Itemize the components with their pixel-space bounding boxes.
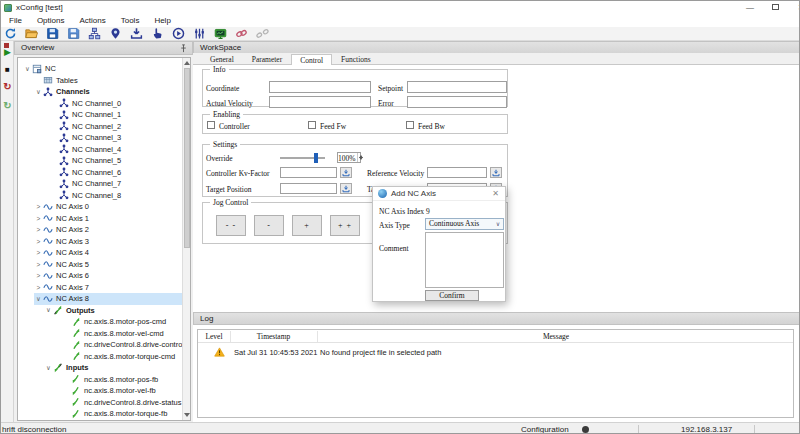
- target-position-apply-button[interactable]: [340, 183, 352, 194]
- override-slider-handle[interactable]: [314, 153, 318, 163]
- tree-item-nc-axis-4[interactable]: >NC Axis 4: [34, 247, 190, 259]
- link-icon[interactable]: [235, 27, 248, 40]
- menu-options[interactable]: Options: [37, 16, 65, 25]
- minimize-button[interactable]: —: [739, 1, 761, 14]
- tree-item-inputs[interactable]: ∨Inputs: [44, 362, 190, 374]
- tree-item-motor-pos-fb[interactable]: nc.axis.8.motor-pos-fb: [71, 374, 190, 386]
- menu-help[interactable]: Help: [154, 16, 170, 25]
- tree-item-nc-axis-6[interactable]: >NC Axis 6: [34, 270, 190, 282]
- log-row[interactable]: Sat Jul 31 10:45:53 2021 No found projec…: [198, 345, 793, 358]
- tree-item-motor-vel-cmd[interactable]: nc.axis.8.motor-vel-cmd: [71, 328, 190, 340]
- actual-velocity-field[interactable]: [269, 96, 371, 108]
- feed-fw-checkbox[interactable]: [308, 121, 316, 129]
- open-folder-icon[interactable]: [25, 27, 38, 40]
- maximize-button[interactable]: [772, 4, 779, 10]
- tree-item-nc-axis-3[interactable]: >NC Axis 3: [34, 236, 190, 248]
- jog-fast-minus-button[interactable]: - -: [216, 215, 246, 236]
- tree-item-motor-pos-cmd[interactable]: nc.axis.8.motor-pos-cmd: [71, 316, 190, 328]
- log-col-level[interactable]: Level: [198, 333, 230, 341]
- save-icon[interactable]: [46, 27, 59, 40]
- tree-item-nc-channel-7[interactable]: NC Channel_7: [59, 178, 190, 190]
- menu-file[interactable]: File: [9, 16, 22, 25]
- reference-velocity-field[interactable]: [427, 167, 487, 178]
- download-icon[interactable]: [130, 27, 143, 40]
- tree-scrollbar[interactable]: [182, 58, 190, 420]
- tree-item-nc-channel-6[interactable]: NC Channel_6: [59, 167, 190, 179]
- channel-icon: [59, 156, 69, 166]
- override-spinbox[interactable]: 100%: [337, 152, 361, 163]
- tree-item-nc-axis-5[interactable]: >NC Axis 5: [34, 259, 190, 271]
- column-divider[interactable]: [317, 331, 318, 342]
- coordinate-field[interactable]: [269, 81, 371, 93]
- reload-icon[interactable]: [4, 27, 17, 40]
- tree-item-nc-channel-4[interactable]: NC Channel_4: [59, 144, 190, 156]
- jog-minus-button[interactable]: -: [254, 215, 284, 236]
- monitor-online-icon[interactable]: [214, 27, 227, 40]
- menu-actions[interactable]: Actions: [79, 16, 105, 25]
- close-button[interactable]: ✕: [790, 1, 800, 14]
- tree-item-nc-axis-7[interactable]: >NC Axis 7: [34, 282, 190, 294]
- tree-item-motor-torque-fb[interactable]: nc.axis.8.motor-torque-fb: [71, 408, 190, 420]
- run-icon[interactable]: [172, 27, 185, 40]
- setpoint-field[interactable]: [407, 81, 507, 93]
- reference-velocity-apply-button[interactable]: [490, 167, 502, 178]
- tree-item-nc-channel-8[interactable]: NC Channel_8: [59, 190, 190, 202]
- error-field[interactable]: [407, 96, 507, 108]
- tab-control[interactable]: Control: [291, 54, 332, 65]
- stop-icon[interactable]: ■: [1, 65, 14, 75]
- scrollbar-thumb[interactable]: [184, 68, 190, 248]
- tree-item-nc-channel-1[interactable]: NC Channel_1: [59, 109, 190, 121]
- channel-icon: [59, 190, 69, 200]
- menu-tools[interactable]: Tools: [121, 16, 140, 25]
- hand-select-icon[interactable]: [151, 27, 164, 40]
- jog-plus-button[interactable]: +: [292, 215, 322, 236]
- tab-general[interactable]: General: [201, 53, 243, 64]
- tree-item-drive-status[interactable]: nc.driveControl.8.drive-status: [71, 397, 190, 409]
- axis-type-select[interactable]: Continuous Axis ∨: [425, 218, 504, 230]
- tree-item-nc-channel-5[interactable]: NC Channel_5: [59, 155, 190, 167]
- target-position-field[interactable]: [280, 183, 337, 194]
- kv-factor-apply-button[interactable]: [340, 167, 352, 178]
- dialog-close-icon[interactable]: ✕: [492, 189, 505, 198]
- tree-item-nc-channel-2[interactable]: NC Channel_2: [59, 121, 190, 133]
- sliders-icon[interactable]: [193, 27, 206, 40]
- scroll-down-icon[interactable]: [184, 413, 190, 417]
- tab-functions[interactable]: Functions: [332, 53, 380, 64]
- tab-parameter[interactable]: Parameter: [243, 53, 291, 64]
- tree-item-outputs[interactable]: ∨Outputs: [44, 305, 190, 317]
- tree-item-nc-channel-0[interactable]: NC Channel_0: [59, 98, 190, 110]
- tree-item-nc-channel-3[interactable]: NC Channel_3: [59, 132, 190, 144]
- sitemap-icon[interactable]: [88, 27, 101, 40]
- tree-item-motor-vel-fb[interactable]: nc.axis.8.motor-vel-fb: [71, 385, 190, 397]
- feed-bw-checkbox[interactable]: [406, 121, 414, 129]
- spin-arrows[interactable]: [357, 153, 361, 162]
- tree-item-channels[interactable]: ∨Channels: [34, 86, 190, 98]
- location-pin-icon[interactable]: [109, 27, 122, 40]
- save-as-icon[interactable]: [67, 27, 80, 40]
- jog-fast-plus-button[interactable]: + +: [330, 215, 360, 236]
- tree-item-motor-torque-cmd[interactable]: nc.axis.8.motor-torque-cmd: [71, 351, 190, 363]
- reset-icon[interactable]: ↻: [1, 82, 14, 92]
- tree-item-nc-axis-2[interactable]: >NC Axis 2: [34, 224, 190, 236]
- tree-item-nc[interactable]: ∨NC: [23, 63, 190, 75]
- spin-down-icon[interactable]: [359, 157, 363, 160]
- scroll-up-icon[interactable]: [184, 61, 190, 65]
- confirm-button[interactable]: Confirm: [425, 290, 479, 301]
- log-col-message[interactable]: Message: [317, 333, 795, 341]
- kv-factor-field[interactable]: [280, 167, 337, 178]
- dock-pin-icon[interactable]: [179, 44, 188, 53]
- refresh-icon[interactable]: ↻: [1, 101, 14, 111]
- column-divider[interactable]: [230, 331, 231, 342]
- tree-item-tables[interactable]: Tables: [43, 75, 190, 87]
- log-col-timestamp[interactable]: Timestamp: [230, 333, 317, 341]
- channel-icon: [59, 98, 69, 108]
- tree-item-nc-axis-1[interactable]: >NC Axis 1: [34, 213, 190, 225]
- override-slider-track[interactable]: [280, 157, 325, 159]
- toolbar: [1, 27, 800, 41]
- tree-item-nc-axis-8[interactable]: ∨NC Axis 8: [34, 293, 190, 305]
- controller-checkbox[interactable]: [207, 121, 215, 129]
- tree-item-nc-axis-0[interactable]: >NC Axis 0: [34, 201, 190, 213]
- comment-textarea[interactable]: [425, 232, 504, 288]
- play-icon[interactable]: ▶: [1, 47, 14, 57]
- tree-item-drive-control[interactable]: nc.driveControl.8.drive-control: [71, 339, 190, 351]
